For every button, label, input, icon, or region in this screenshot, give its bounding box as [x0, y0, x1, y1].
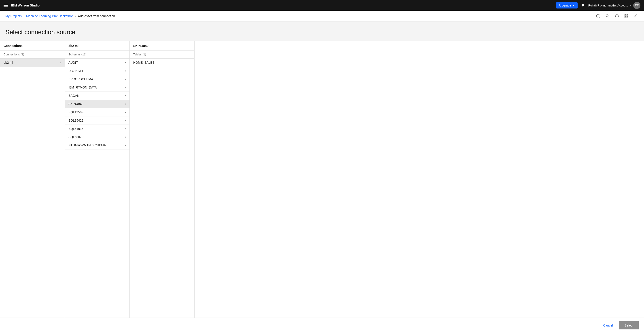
breadcrumb: My Projects / Machine Learning Db2 Hacka… [5, 14, 115, 18]
list-item[interactable]: AUDIT› [65, 58, 130, 67]
cloud-icon [615, 14, 619, 18]
db2ml-column: db2 ml Schemas (11) AUDIT›DB2INST1›ERROR… [65, 41, 130, 318]
db2ml-items: AUDIT›DB2INST1›ERRORSCHEMA›IBM_RTMON_DAT… [65, 58, 130, 318]
list-item[interactable]: ERRORSCHEMA› [65, 75, 130, 83]
avatar: RR [633, 2, 640, 9]
notifications-icon[interactable] [580, 2, 586, 9]
nav-actions: Upgrade Rohith Ravindranath's Accou... R… [556, 2, 640, 9]
breadcrumb-sep-1: / [24, 14, 24, 18]
chevron-right-icon: › [125, 69, 126, 72]
brand-text-bold: Watson Studio [18, 3, 40, 7]
breadcrumb-bar: My Projects / Machine Learning Db2 Hacka… [0, 11, 644, 21]
grid-icon-button[interactable] [624, 13, 629, 19]
page-title: Select connection source [0, 21, 644, 41]
svg-rect-5 [627, 14, 628, 15]
schema-item-label: SKP44849 [68, 102, 84, 106]
skp44849-items: HOME_SALES [130, 58, 194, 318]
empty-column [194, 41, 644, 318]
db2ml-subheader: Schemas (11) [65, 50, 130, 58]
connections-column: Connections Connections (1) db2 ml › [0, 41, 65, 318]
schema-item-label: AUDIT [68, 61, 78, 64]
brand-text-regular: IBM [11, 3, 18, 7]
breadcrumb-current: Add asset from connection [78, 14, 115, 18]
list-item[interactable]: SAGAN› [65, 92, 130, 100]
avatar-initials: RR [635, 4, 639, 7]
svg-rect-7 [627, 16, 628, 17]
list-item[interactable]: SQL63079› [65, 133, 130, 141]
footer: Cancel Select [0, 318, 644, 333]
schema-item-label: ERRORSCHEMA [68, 77, 93, 81]
chevron-right-icon: › [125, 102, 126, 105]
table-item-label: HOME_SALES [133, 61, 154, 64]
bell-icon [581, 3, 585, 7]
schema-item-label: SQL63079 [68, 135, 84, 139]
chevron-right-icon: › [125, 86, 126, 89]
page-content: Select connection source Connections Con… [0, 21, 644, 318]
list-item[interactable]: SQL35422› [65, 116, 130, 125]
chevron-right-icon: › [125, 94, 126, 97]
schema-item-label: DB2INST1 [68, 69, 84, 73]
skp44849-column: SKP44849 Tables (1) HOME_SALES [130, 41, 194, 318]
svg-point-2 [606, 14, 608, 17]
upgrade-label: Upgrade [559, 3, 571, 7]
chevron-right-icon: › [60, 61, 61, 64]
list-item[interactable]: SQL51615› [65, 125, 130, 133]
menu-icon[interactable] [4, 4, 8, 7]
skp44849-subheader: Tables (1) [130, 50, 194, 58]
breadcrumb-toolbar: i [595, 13, 639, 19]
schema-item-label: SAGAN [68, 94, 80, 97]
cancel-button[interactable]: Cancel [600, 321, 616, 330]
user-name: Rohith Ravindranath's Accou... [588, 4, 628, 7]
connection-item-label: db2 ml [4, 61, 13, 64]
chevron-right-icon: › [125, 135, 126, 139]
schema-item-label: SQL35422 [68, 119, 84, 122]
chevron-right-icon: › [125, 119, 126, 122]
svg-rect-4 [625, 14, 626, 15]
chevron-right-icon: › [125, 61, 126, 64]
breadcrumb-sep-2: / [75, 14, 76, 18]
user-menu[interactable]: Rohith Ravindranath's Accou... RR [588, 2, 640, 9]
select-button[interactable]: Select [619, 321, 639, 330]
list-item[interactable]: ST_INFORMTN_SCHEMA› [65, 141, 130, 150]
svg-rect-6 [625, 16, 626, 17]
list-item[interactable]: IBM_RTMON_DATA› [65, 83, 130, 92]
chevron-down-icon [629, 4, 632, 7]
edit-icon [634, 14, 638, 18]
list-item[interactable]: db2 ml › [0, 58, 64, 67]
breadcrumb-project[interactable]: Machine Learning Db2 Hackathon [26, 14, 74, 18]
skp44849-column-header: SKP44849 [130, 41, 194, 50]
chevron-right-icon: › [125, 111, 126, 114]
info-icon-button[interactable]: i [595, 13, 601, 19]
schema-item-label: SQL51615 [68, 127, 84, 130]
connections-items: db2 ml › [0, 58, 64, 318]
chevron-right-icon: › [125, 127, 126, 130]
upgrade-button[interactable]: Upgrade [556, 2, 578, 8]
schema-item-label: IBM_RTMON_DATA [68, 86, 97, 89]
search-icon [606, 14, 610, 18]
cloud-icon-button[interactable] [614, 13, 620, 19]
schema-item-label: ST_INFORMTN_SCHEMA [68, 143, 106, 147]
upgrade-arrow-icon [573, 5, 574, 6]
connections-subheader: Connections (1) [0, 50, 64, 58]
list-item[interactable]: DB2INST1› [65, 67, 130, 75]
list-item[interactable]: SKP44849› [65, 100, 130, 108]
breadcrumb-my-projects[interactable]: My Projects [5, 14, 22, 18]
grid-icon [624, 14, 628, 18]
svg-text:i: i [598, 15, 598, 17]
top-navigation: IBM Watson Studio Upgrade Rohith Ravindr… [0, 0, 644, 11]
connections-column-header: Connections [0, 41, 64, 50]
list-item[interactable]: SQL19599› [65, 108, 130, 116]
list-item[interactable]: HOME_SALES [130, 58, 194, 67]
db2ml-column-header: db2 ml [65, 41, 130, 50]
search-icon-button[interactable] [605, 13, 610, 19]
brand-name: IBM Watson Studio [11, 3, 556, 7]
chevron-right-icon: › [125, 77, 126, 81]
chevron-right-icon: › [125, 144, 126, 147]
svg-line-3 [608, 16, 609, 17]
info-icon: i [596, 14, 600, 18]
schema-item-label: SQL19599 [68, 110, 84, 114]
connection-browser: Connections Connections (1) db2 ml › db2… [0, 41, 644, 318]
edit-icon-button[interactable] [633, 13, 639, 19]
